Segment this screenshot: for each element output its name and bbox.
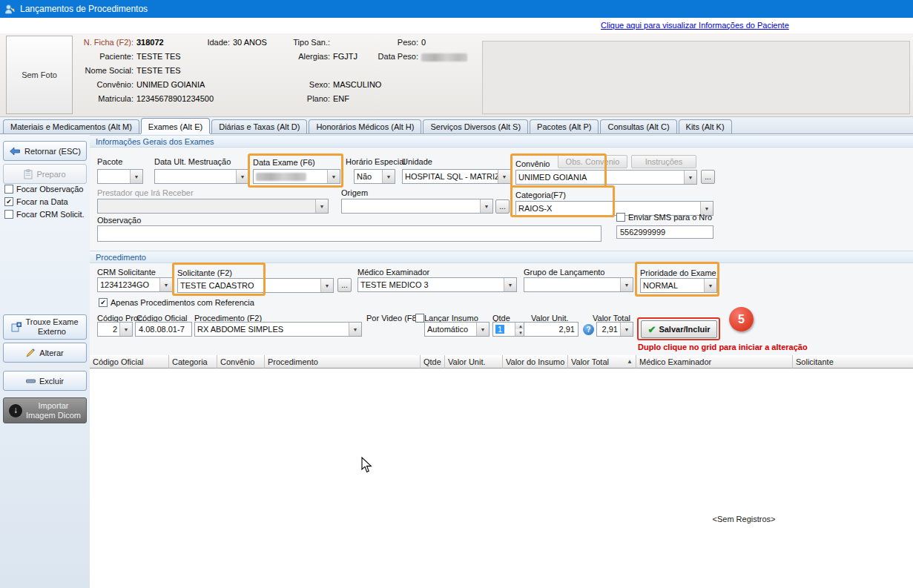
group-procedimento-header: Procedimento [90,251,913,263]
dropdown-arrow-icon: ▼ [620,323,633,336]
grid-col-label: Categoria [172,357,208,366]
help-glyph: ? [586,326,590,334]
grid-body[interactable] [90,369,913,588]
horario-especial-select[interactable]: Não ▼ [354,169,395,184]
medico-examinador-select[interactable]: TESTE MEDICO 3 ▼ [357,277,517,292]
crm-solicitante-select[interactable]: 12341234GO ▼ [97,277,173,292]
origem-select[interactable]: ▼ [341,199,493,214]
sms-number-input[interactable]: 5562999999 [616,225,713,239]
ellipsis-label: ... [341,281,347,289]
observacao-input[interactable] [97,225,601,242]
focar-na-data-row: ✔ Focar na Data [4,197,68,206]
focar-na-data-checkbox[interactable]: ✔ [4,197,13,206]
grid-col-medico-examinador[interactable]: Médico Examinador [636,355,793,369]
valor-total-select[interactable]: 2,91 ▼ [596,322,633,337]
sexo-value: MASCULINO [333,80,381,89]
alergias-field: Alergias: FGJTJ [284,52,357,61]
sexo-field: Sexo: MASCULINO [284,80,381,89]
importar-dicom-label: Importar Imagem Dicom [26,401,81,420]
tab-label: Honorários Médicos (Alt H) [316,122,414,131]
matricula-value: 12345678901234500 [136,94,214,103]
tab-consultas[interactable]: Consultas (Alt C) [600,119,676,133]
prioridade-exame-select[interactable]: NORMAL ▼ [640,278,717,293]
apenas-referencia-checkbox[interactable]: ✔ [99,298,108,307]
alterar-button[interactable]: Alterar [3,343,87,363]
salvar-incluir-label: Salvar/Incluir [659,325,710,334]
por-video-checkbox[interactable] [415,314,424,323]
importar-dicom-button[interactable]: ↓ Importar Imagem Dicom [3,397,87,423]
dicom-line2: Imagem Dicom [26,411,81,420]
valor-unit-input[interactable]: 2,91 [524,322,579,337]
pacote-select[interactable]: ▼ [97,169,143,184]
tab-honorarios-medicos[interactable]: Honorários Médicos (Alt H) [309,119,421,133]
excluir-button[interactable]: Excluir [3,371,87,391]
plano-label: Plano: [284,94,330,103]
grid-col-convenio[interactable]: Convênio [217,355,265,369]
tab-servicos-diversos[interactable]: Serviços Diversos (Alt S) [423,119,528,133]
dropdown-arrow-icon: ▼ [315,199,328,213]
preparo-label: Preparo [36,170,65,179]
pencil-icon [26,348,36,357]
procedimento-value: RX ABDOME SIMPLES [195,323,349,336]
tab-pacotes[interactable]: Pacotes (Alt P) [530,119,599,133]
convenio-more-button[interactable]: ... [701,170,715,184]
grid-col-label: Qtde [423,357,441,366]
tab-kits[interactable]: Kits (Alt K) [679,119,732,133]
tab-exames[interactable]: Exames (Alt E) [141,118,210,133]
dropdown-arrow-icon: ▼ [504,278,516,291]
peso-value: 0 [421,38,426,47]
data-exame-select[interactable]: ▼ [253,169,340,184]
focar-crm-solicit-checkbox[interactable] [4,210,13,219]
data-ult-mestruacao-select[interactable]: ▼ [154,169,249,184]
sms-number-value: 5562999999 [620,228,665,237]
grid-col-procedimento[interactable]: Procedimento [265,355,421,369]
focar-observacao-checkbox[interactable] [4,185,13,194]
tab-materiais-medicamentos[interactable]: Materiais e Medicamentos (Alt M) [3,119,139,133]
grid-col-valor-unit[interactable]: Valor Unit. [445,355,503,369]
salvar-incluir-button[interactable]: ✔ Salvar/Incluir [641,320,717,338]
down-arrow-glyph: ↓ [13,406,18,415]
grupo-lancamento-select[interactable]: ▼ [524,277,633,292]
data-peso-label: Data Peso: [371,52,418,62]
sort-asc-icon: ▲ [627,358,633,365]
procedimento-select[interactable]: RX ABDOME SIMPLES ▼ [194,322,362,337]
grid-col-codigo-oficial[interactable]: Código Oficial [90,355,169,369]
unidade-select[interactable]: HOSPITAL SQL - MATRIZ ▼ [402,169,511,184]
grid-col-categoria[interactable]: Categoria [169,355,217,369]
convenio-select[interactable]: UNIMED GOIANIA ▼ [515,170,697,185]
instrucoes-button[interactable]: Instruções [631,155,696,168]
window-title: Lançamentos de Procedimentos [20,4,148,14]
codigo-oficial-input[interactable]: 4.08.08.01-7 [135,322,192,337]
idade-value: 30 ANOS [233,38,267,47]
titlebar: Lançamentos de Procedimentos [0,0,913,18]
patient-info-link[interactable]: Clique aqui para visualizar Informações … [601,21,789,30]
trouxe-exame-externo-button[interactable]: Trouxe Exame Externo [3,314,87,340]
apenas-referencia-row: ✔ Apenas Procedimentos com Referencia [99,298,254,307]
help-icon[interactable]: ? [583,324,594,335]
grid-col-label: Convênio [220,357,254,366]
obs-convenio-button[interactable]: Obs. Convenio [558,155,627,168]
dropdown-arrow-icon: ▼ [236,170,248,183]
paciente-field: Paciente: TESTE TES [71,52,181,61]
minus-icon [26,379,36,383]
tab-diarias-taxas[interactable]: Diárias e Taxas (Alt D) [211,119,307,133]
lancar-insumo-select[interactable]: Automático ▼ [424,322,490,337]
origem-more-button[interactable]: ... [495,199,510,214]
sexo-label: Sexo: [284,80,330,89]
grid-col-valor-insumo[interactable]: Valor do Insumo [503,355,568,369]
prestador-select[interactable]: ▼ [97,199,329,214]
check-icon: ✔ [6,199,12,205]
preparo-button[interactable]: Preparo [3,164,87,184]
step-badge: 5 [729,307,754,331]
download-circle-icon: ↓ [9,404,22,417]
solicitante-select[interactable]: TESTE CADASTRO ▼ [177,278,334,293]
enviar-sms-checkbox[interactable] [616,213,625,222]
grid-col-qtde[interactable]: Qtde [421,355,445,369]
retornar-button[interactable]: Retornar (ESC) [3,141,87,161]
solicitante-more-button[interactable]: ... [337,278,352,292]
qtde-spinner[interactable]: 1 ▲ ▼ [492,322,527,337]
crm-solicitante-label: CRM Solicitante [97,268,156,277]
grid-col-solicitante[interactable]: Solicitante [793,355,913,369]
codigo-proc-select[interactable]: 2 ▼ [97,322,133,337]
grid-col-valor-total[interactable]: Valor Total ▲ [568,355,636,369]
